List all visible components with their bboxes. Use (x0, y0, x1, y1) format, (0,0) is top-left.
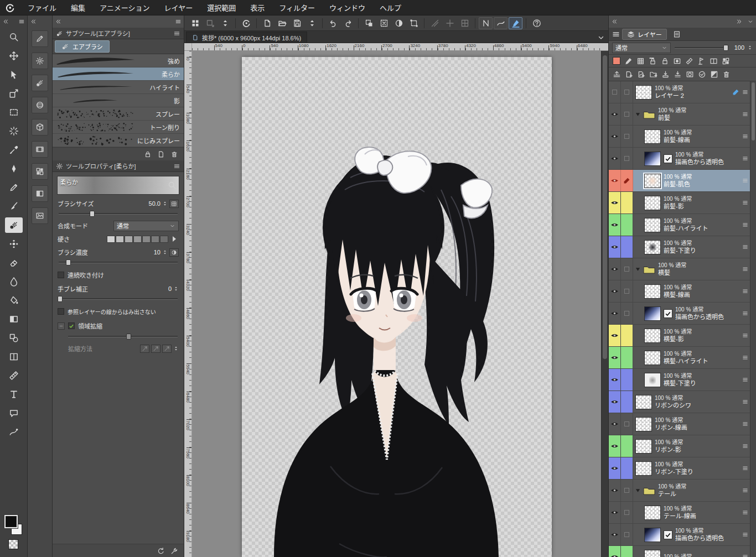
layer-check-cell[interactable] (621, 435, 633, 457)
mask-enabled-checkbox[interactable] (664, 154, 672, 163)
layer-check-cell[interactable] (621, 103, 633, 125)
layer-row[interactable]: 100 % 通常前髪-下塗り (609, 236, 756, 258)
menu-file[interactable]: ファイル (20, 0, 64, 15)
app-logo-icon[interactable] (5, 3, 15, 13)
new-vector-layer-button[interactable] (637, 70, 645, 79)
layer-row[interactable]: 100 % 通常横髪-ハイライト (609, 347, 756, 369)
layer-menu-handle[interactable] (740, 81, 750, 103)
layer-visibility-toggle[interactable] (609, 480, 621, 501)
layer-row[interactable]: 100 % 通常テール-線画 (609, 502, 756, 524)
layer-list-scrollbar[interactable] (750, 81, 756, 557)
new-folder-button[interactable] (649, 70, 657, 79)
layer-visibility-toggle[interactable] (609, 347, 621, 368)
layer-thumbnail[interactable] (644, 329, 661, 343)
layer-menu-handle[interactable] (740, 502, 750, 523)
canvas-page[interactable] (242, 57, 552, 557)
layer-thumbnail[interactable] (644, 306, 661, 321)
layer-visibility-toggle[interactable] (609, 457, 621, 479)
brush-size-slider[interactable] (59, 210, 178, 217)
folder-expand-caret[interactable] (635, 112, 640, 117)
layer-check-cell[interactable] (621, 369, 633, 391)
layer-check-cell[interactable] (621, 126, 633, 147)
layer-visibility-toggle[interactable] (609, 325, 621, 346)
layer-check-cell[interactable] (621, 524, 633, 545)
register-subtool-button[interactable] (157, 150, 165, 158)
panel-list-icon[interactable] (612, 30, 620, 39)
layer-thumbnail[interactable] (635, 439, 652, 454)
layer-visibility-toggle[interactable] (609, 81, 621, 103)
collapse-left-icon[interactable] (2, 18, 9, 25)
tool-pen[interactable] (5, 161, 23, 176)
layer-thumbnail[interactable] (644, 351, 661, 365)
layer-thumbnail[interactable] (644, 174, 661, 188)
layer-thumbnail[interactable] (644, 373, 661, 387)
layer-thumbnail[interactable] (635, 395, 652, 409)
panel-menu-icon[interactable] (173, 30, 180, 37)
expand-box-button[interactable]: − (58, 322, 65, 330)
layer-visibility-toggle[interactable] (609, 413, 621, 435)
canvas-viewport[interactable] (192, 51, 601, 557)
layer-thumbnail[interactable] (644, 550, 661, 557)
subtool-3d-button[interactable] (32, 119, 48, 136)
layer-menu-handle[interactable] (740, 236, 750, 258)
layer-menu-handle[interactable] (740, 303, 750, 324)
layer-check-cell[interactable] (621, 148, 633, 169)
layer-row[interactable]: 100 % 通常描画色から透明色 (609, 303, 756, 325)
layer-menu-handle[interactable] (740, 103, 750, 125)
layer-thumbnail[interactable] (644, 506, 661, 520)
panel-menu-icon[interactable] (175, 18, 182, 25)
panel-menu-icon[interactable] (173, 163, 180, 170)
layer-visibility-toggle[interactable] (609, 524, 621, 545)
delete-subtool-button[interactable] (170, 150, 178, 158)
subtool-material-button[interactable] (32, 97, 48, 113)
layer-visibility-toggle[interactable] (609, 546, 621, 557)
menu-layer[interactable]: レイヤー (157, 0, 200, 15)
tool-balloon[interactable] (5, 405, 23, 421)
collapse-left-icon[interactable] (55, 18, 61, 25)
canvas-window-button[interactable] (203, 17, 217, 29)
collapse-right-icon[interactable] (736, 18, 743, 25)
subtool-brush-item[interactable]: 柔らか (53, 67, 184, 81)
layer-menu-handle[interactable] (740, 148, 750, 169)
menu-filter[interactable]: フィルター (272, 0, 322, 15)
hardness-cell[interactable] (116, 236, 124, 243)
set-reference-button[interactable] (697, 57, 706, 65)
stepper-vert-button[interactable] (305, 17, 319, 29)
tool-blend[interactable] (5, 274, 23, 289)
stabilize-value[interactable]: 0 (155, 285, 172, 292)
subtool-brush-item[interactable]: トーン削り (53, 121, 184, 134)
layer-menu-handle[interactable] (740, 126, 750, 147)
grid-line-button[interactable] (458, 17, 472, 29)
canvas-vertical-scrollbar[interactable] (601, 51, 608, 557)
layer-menu-handle[interactable] (740, 524, 750, 545)
new-raster-layer-button[interactable] (625, 70, 633, 79)
subtool-gradient-button[interactable] (32, 185, 48, 202)
hardness-cell[interactable] (151, 236, 159, 243)
tool-pencil[interactable] (5, 180, 23, 195)
subtool-spray-button[interactable] (32, 75, 48, 91)
tool-airbrush[interactable] (5, 217, 23, 233)
lock-subtool-button[interactable] (144, 150, 152, 158)
stepper-icon[interactable] (747, 44, 753, 51)
stepper-icon[interactable] (162, 249, 168, 256)
straight-line-button[interactable] (428, 17, 442, 29)
hatch-line-button[interactable] (443, 17, 457, 29)
layer-row[interactable]: 100 % 通常描画色から透明色 (609, 148, 756, 170)
layer-row[interactable]: 100 % 通常前髪-肌色 (609, 170, 756, 192)
lock-transparent-button[interactable] (649, 57, 657, 65)
chevron-down-icon[interactable] (747, 18, 754, 25)
layer-check-cell[interactable] (621, 303, 633, 324)
stepper-icon[interactable] (173, 285, 179, 292)
redo-button[interactable] (341, 17, 355, 29)
layer-row[interactable]: 100 % 通常前髪-ハイライト (609, 214, 756, 236)
apply-mask-button[interactable] (698, 70, 706, 79)
layer-menu-handle[interactable] (740, 546, 750, 557)
mask-enabled-checkbox[interactable] (664, 530, 672, 539)
subtool-brush-item[interactable]: 強め (53, 54, 184, 67)
layer-thumbnail[interactable] (644, 129, 661, 144)
two-pane-button[interactable] (710, 57, 718, 65)
panel-menu-icon[interactable] (18, 18, 25, 25)
layer-row[interactable]: 100 % 通常リボン-影 (609, 435, 756, 457)
layer-folder-row[interactable]: 100 % 通常横髪 (609, 258, 756, 280)
layer-menu-handle[interactable] (740, 369, 750, 391)
